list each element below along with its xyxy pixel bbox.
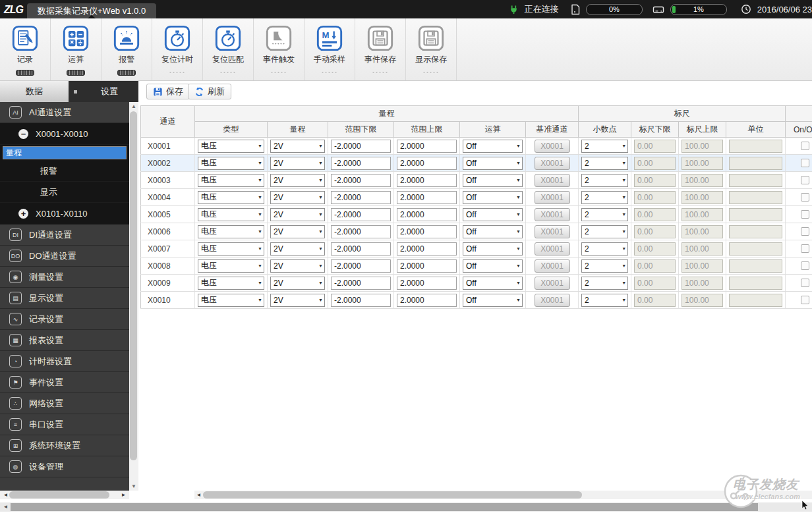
sidebar-item-ai-channel[interactable]: AI AI通道设置	[0, 102, 129, 123]
onoff-checkbox[interactable]	[801, 176, 809, 184]
range-select[interactable]: 2V▼	[270, 208, 325, 221]
decimal-select[interactable]: 2▼	[581, 191, 628, 204]
sidebar-item-network[interactable]: ∴网络设置	[0, 393, 129, 414]
sidebar-subitem-range[interactable]: 量程	[3, 146, 127, 159]
range-low-input[interactable]	[331, 242, 391, 256]
calc-select[interactable]: Off▼	[463, 174, 523, 187]
onoff-checkbox[interactable]	[801, 296, 809, 304]
decimal-select[interactable]: 2▼	[581, 259, 628, 273]
calc-select[interactable]: Off▼	[463, 225, 523, 238]
range-select[interactable]: 2V▼	[270, 225, 325, 238]
range-high-input[interactable]	[397, 225, 457, 238]
page-horizontal-scrollbar[interactable]: ◄	[0, 502, 812, 512]
type-select[interactable]: 电压▼	[198, 191, 264, 204]
sidebar-item-event[interactable]: ⚑事件设置	[0, 372, 129, 393]
page-hscroll-thumb[interactable]	[11, 503, 758, 511]
scroll-left-arrow[interactable]: ◄	[194, 491, 203, 499]
toolbar-item-event-trigger[interactable]: 事件触发	[254, 18, 304, 80]
scroll-right-arrow[interactable]: ►	[119, 491, 128, 499]
onoff-checkbox[interactable]	[801, 210, 809, 219]
range-select[interactable]: 2V▼	[270, 277, 325, 290]
range-low-input[interactable]	[331, 191, 391, 204]
range-high-input[interactable]	[397, 157, 457, 170]
toolbar-item-record[interactable]: 记录	[0, 18, 51, 80]
range-high-input[interactable]	[397, 242, 457, 256]
type-select[interactable]: 电压▼	[198, 294, 264, 307]
sidebar-item-measure[interactable]: ◉测量设置	[0, 267, 129, 288]
calc-select[interactable]: Off▼	[463, 140, 523, 153]
range-low-input[interactable]	[331, 174, 391, 187]
toolbar-item-reset-match[interactable]: 复位匹配	[203, 18, 254, 80]
group-x0001-x0010[interactable]: − X0001-X0010	[0, 123, 129, 145]
calc-select[interactable]: Off▼	[463, 157, 523, 170]
calc-select[interactable]: Off▼	[463, 294, 523, 307]
range-low-input[interactable]	[331, 208, 391, 221]
type-select[interactable]: 电压▼	[198, 242, 264, 256]
type-select[interactable]: 电压▼	[198, 208, 264, 221]
range-low-input[interactable]	[331, 294, 391, 307]
sidebar-item-report[interactable]: ▦报表设置	[0, 330, 129, 351]
range-high-input[interactable]	[397, 174, 457, 187]
calc-select[interactable]: Off▼	[463, 242, 523, 256]
toolbar-item-alarm[interactable]: 报警	[102, 18, 152, 80]
toolbar-item-event-save[interactable]: 事件保存	[355, 18, 406, 80]
calc-select[interactable]: Off▼	[463, 191, 523, 204]
type-select[interactable]: 电压▼	[198, 225, 264, 238]
range-low-input[interactable]	[331, 157, 391, 170]
tab-settings[interactable]: 设置	[80, 81, 138, 102]
toolbar-item-display-save[interactable]: 显示保存	[406, 18, 457, 80]
sidebar-vertical-scrollbar[interactable]: ▲ ▼	[129, 102, 138, 491]
decimal-select[interactable]: 2▼	[581, 242, 628, 256]
range-low-input[interactable]	[331, 225, 391, 238]
sidebar-item-do-channel[interactable]: DODO通道设置	[0, 246, 129, 267]
onoff-checkbox[interactable]	[801, 142, 809, 150]
onoff-checkbox[interactable]	[801, 261, 809, 270]
sidebar-hscroll-thumb[interactable]	[9, 491, 109, 499]
range-high-input[interactable]	[397, 294, 457, 307]
refresh-button[interactable]: 刷新	[188, 84, 231, 99]
table-horizontal-scrollbar[interactable]: ◄	[194, 491, 812, 499]
type-select[interactable]: 电压▼	[198, 174, 264, 187]
range-low-input[interactable]	[331, 277, 391, 290]
toolbar-item-manual-sample[interactable]: 手动采样	[304, 18, 355, 80]
group-x0101-x0110[interactable]: + X0101-X0110	[0, 203, 129, 225]
tab-data[interactable]: 数据	[0, 81, 69, 102]
range-high-input[interactable]	[397, 208, 457, 221]
range-select[interactable]: 2V▼	[270, 242, 325, 256]
sidebar-item-device-manage[interactable]: ◍设备管理	[0, 456, 129, 477]
type-select[interactable]: 电压▼	[198, 259, 264, 273]
sidebar-item-system-env[interactable]: ⊞系统环境设置	[0, 435, 129, 456]
decimal-select[interactable]: 2▼	[581, 208, 628, 221]
toolbar-item-calculate[interactable]: 运算	[51, 18, 102, 80]
decimal-select[interactable]: 2▼	[581, 140, 628, 153]
sidebar-horizontal-scrollbar[interactable]: ◄ ►	[0, 491, 129, 499]
sidebar-item-serial[interactable]: ≡串口设置	[0, 414, 129, 435]
range-low-input[interactable]	[331, 259, 391, 273]
calc-select[interactable]: Off▼	[463, 208, 523, 221]
table-hscroll-thumb[interactable]	[203, 491, 582, 499]
range-high-input[interactable]	[397, 259, 457, 273]
range-select[interactable]: 2V▼	[270, 174, 325, 187]
range-select[interactable]: 2V▼	[270, 294, 325, 307]
sidebar-item-di-channel[interactable]: DIDI通道设置	[0, 225, 129, 246]
save-button[interactable]: 保存	[146, 84, 190, 99]
sidebar-subitem-display[interactable]: 显示	[0, 182, 129, 203]
sidebar-subitem-alarm[interactable]: 报警	[0, 161, 129, 182]
scroll-left-arrow[interactable]: ◄	[1, 502, 10, 512]
onoff-checkbox[interactable]	[801, 279, 809, 287]
type-select[interactable]: 电压▼	[198, 140, 264, 153]
decimal-select[interactable]: 2▼	[581, 157, 628, 170]
range-high-input[interactable]	[397, 191, 457, 204]
decimal-select[interactable]: 2▼	[581, 225, 628, 238]
onoff-checkbox[interactable]	[801, 227, 809, 236]
sidebar-item-record[interactable]: ∿记录设置	[0, 309, 129, 330]
range-select[interactable]: 2V▼	[270, 191, 325, 204]
sidebar-item-display[interactable]: ▤显示设置	[0, 288, 129, 309]
sidebar-vscroll-thumb[interactable]	[130, 111, 137, 460]
range-high-input[interactable]	[397, 140, 457, 153]
range-low-input[interactable]	[331, 140, 391, 153]
onoff-checkbox[interactable]	[801, 193, 809, 202]
decimal-select[interactable]: 2▼	[581, 277, 628, 290]
scroll-up-arrow[interactable]: ▲	[129, 102, 138, 111]
calc-select[interactable]: Off▼	[463, 277, 523, 290]
